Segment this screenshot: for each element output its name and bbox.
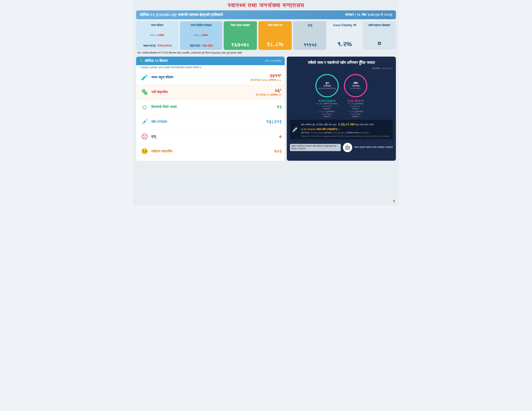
total-test-values: ५७००९२३ ११९८४५५५ <box>138 44 177 48</box>
recovery-rate-value: ९८.८% <box>260 41 290 48</box>
discharged-value: १२ <box>261 104 282 110</box>
infected-value-block: ०६° RT-PCR:०५ एन्टीजेन:०१ <box>256 88 282 97</box>
infected-sub: RT-PCR:०५ एन्टीजेन:०१ <box>256 93 282 97</box>
recovery-rate-label: निको भएको दर <box>260 23 290 27</box>
pos-pcr-value: ९७९१३२ <box>189 44 200 48</box>
infected-label: नयाँ संक्रमित <box>150 90 256 94</box>
active-value: १०२ <box>261 149 282 154</box>
header-date: सोमबार | १६ जेष्ठ २०७९ (३० मे २०२२) <box>345 13 392 17</box>
pcr-value: ५७००९२३ <box>143 44 156 48</box>
vaccinated-value-block: १३८२१९ <box>261 119 282 125</box>
case-fatality-label: Case Fatality दर <box>329 23 360 28</box>
total-pop-num: २,९१,९२,४८० ९६.७% (कतिना एक मात्रा) २२१०… <box>316 99 337 118</box>
test-tube-icon: 🧪 <box>139 72 150 83</box>
page-number: १ <box>393 199 395 204</box>
discharged-label: डिस्चार्ज/ निको भएको <box>150 105 261 109</box>
deaths-label: मृत्यु <box>295 23 325 27</box>
vaccine-circles-row: कुल जनसंख्या (जनगणना तथ्याङ्क विभाग) २,९… <box>290 74 393 118</box>
antigen-value: ११९८४५५५ <box>157 44 172 48</box>
fever-icon: 🤒 <box>139 146 150 157</box>
vaccinated-label: खोप लगाएका <box>150 120 261 124</box>
antigen-label: एन्टीजेन <box>158 34 164 37</box>
positive-label: जम्मा पोजेटिभ केसहरू <box>182 23 221 27</box>
main-title: स्वास्थ्य तथा जनसंख्या मन्त्रालय <box>136 2 396 9</box>
vaccine-title: सबैको साथ र सहयोगले खोप अभियान हुँदैछ सफ… <box>290 60 393 65</box>
header-title: कोभिड-१९ (COVID-19) सम्बन्धी स्वास्थ्य क… <box>140 12 223 17</box>
pos-antigen-value: १४०२३५ <box>202 44 213 48</box>
pos-pcr-label: PCR <box>194 34 199 37</box>
case-fatality-value: १.२% <box>329 41 360 48</box>
recovered-value: ९६७०७८ <box>225 42 255 48</box>
deaths-detail-label: मृत्यु <box>150 134 261 139</box>
stat-quarantine: क्वारेन्टाइनमा रहेकाहरू ० <box>363 21 396 50</box>
detail-row-active: 🤒 सक्रिय संक्रमित १०२ <box>136 144 285 159</box>
stat-deaths: मृत्यु ११९५२ <box>293 21 327 50</box>
quarantine-value: ० <box>364 39 394 48</box>
detail-row-vaccinated: 💉 खोप लगाएका १३८२१९ <box>136 114 285 129</box>
total-test-label: जम्मा परिक्षण <box>138 23 177 27</box>
header-bar: कोभिड-१९ (COVID-19) सम्बन्धी स्वास्थ्य क… <box>136 10 396 19</box>
stat-positive: जम्मा पोजेटिभ केसहरू PCR | एन्टीजेन ९७९१… <box>180 21 222 50</box>
stat-recovered: निको भएका केसहरू ९६७०७८ <box>224 21 257 50</box>
vaccinated-value: १३८२१९ <box>261 119 282 125</box>
active-label: सक्रिय संक्रमित <box>150 149 261 153</box>
deaths-detail-value-block: ० <box>261 134 282 139</box>
total-test-sub: PCR | एन्टीजेन <box>138 34 177 37</box>
vaccine-bottom: 💉 खोप अभियान सुरु भए देखि अहिले सम्म कुल… <box>290 120 393 139</box>
total-pop-circle: कुल जनसंख्या (जनगणना तथ्याङ्क विभाग) <box>315 74 339 97</box>
detail-row-infected: 🦠 नयाँ संक्रमित ०६° RT-PCR:०५ एन्टीजेन:०… <box>136 85 285 100</box>
right-panel: सबैको साथ र सहयोगले खोप अभियान हुँदैछ सफ… <box>287 57 396 161</box>
target-pop-circle: लक्षित जनसंख्या (१२ वर्ष र माथि) <box>344 74 367 97</box>
infected-value: ०६° <box>256 88 282 93</box>
quarantine-label: क्वारेन्टाइनमा रहेकाहरू <box>364 23 394 27</box>
left-panel-title: 🦠 कोभिड-१९ विवरण <box>139 59 168 63</box>
stat-recovery-rate: निको भएको दर ९८.८% <box>258 21 292 50</box>
detail-row-deaths: ☹ मृत्यु ० <box>136 129 285 144</box>
virus-icon: 🦠 <box>139 87 150 97</box>
page-wrapper: स्वास्थ्य तथा जनसंख्या मन्त्रालय कोभिड-१… <box>133 0 399 206</box>
vaccine-as-of: साताबारिक: २०७९/०२/११ <box>290 67 393 70</box>
left-panel: 🦠 कोभिड-१९ विवरण (गत २४ घन्टामा) * एसएमए… <box>136 57 285 161</box>
stats-row: जम्मा परिक्षण PCR | एन्टीजेन ५७००९२३ ११९… <box>136 21 396 50</box>
footer-notice: सूचनाः सामाजिक सञ्जालमा खोप सम्बन्धित भ्… <box>290 144 341 151</box>
stat-case-fatality: Case Fatality दर १.२% <box>328 21 361 50</box>
positive-sub: PCR | एन्टीजेन <box>182 34 221 37</box>
brands-note: *NanoCOV, COVISHIELD, Japanese-made COVI… <box>301 135 389 137</box>
bottom-section: 🦠 कोभिड-१९ विवरण (गत २४ घन्टामा) * एसएमए… <box>136 57 396 161</box>
active-value-block: १०२ <box>261 149 282 154</box>
sad-icon: ☹ <box>139 131 150 142</box>
discharged-value-block: १२ <box>261 104 282 110</box>
smile-icon: ☺ <box>139 102 150 112</box>
tests-value-block: २४११° RT-PCR:१५५३, एन्टीजेन:८५८ <box>251 73 282 82</box>
footer-ministry-name: नेपाल सरकार स्वास्थ्य तथा जनसंख्या मन्त्… <box>354 146 393 149</box>
note-text: नोटः वर्णात्मक विश्लेषण RT-PCR विवरणमा म… <box>136 51 396 55</box>
positive-values: ९७९१३२ १४०२३५ <box>182 44 221 48</box>
deaths-detail-value: ० <box>261 134 282 139</box>
stat-total-test: जम्मा परिक्षण PCR | एन्टीजेन ५७००९२३ ११९… <box>136 21 178 50</box>
recovered-label: निको भएका केसहरू <box>225 23 255 27</box>
target-pop-num: २,३३,२७,६१९ १९.९% (एक मात्रा) १०१०११५ (स… <box>347 99 364 118</box>
detail-row-tests: 🧪 जम्मा नमुना परिक्षण २४११° RT-PCR:१५५३,… <box>136 70 285 85</box>
deaths-value: ११९५२ <box>295 42 325 48</box>
target-pop-container: लक्षित जनसंख्या (१२ वर्ष र माथि) २,३३,२७… <box>344 74 367 118</box>
total-doses: ५,३३,८१,५७० <box>338 122 355 126</box>
left-panel-subtitle: (गत २४ घन्टामा) <box>265 59 282 63</box>
tests-value: २४११° <box>251 73 282 79</box>
footer-logo-icon: 🏥 <box>343 143 352 152</box>
left-panel-note: * एसएमएस र इमेलबाट प्राप्त आरडीटी एन्टिज… <box>136 65 285 70</box>
tests-label: जम्मा नमुना परिक्षण <box>150 75 251 79</box>
pcr-label: PCR <box>150 34 155 37</box>
doses-given: ४,२९,१६,७५६ मात्रा खोप लगाइएको छ । <box>301 128 389 131</box>
syringe-icon: 💉 <box>139 117 150 127</box>
tests-sub: RT-PCR:१५५३, एन्टीजेन:८५८ <box>251 79 282 82</box>
detail-row-discharged: ☺ डिस्चार्ज/ निको भएको १२ <box>136 100 285 114</box>
vaccine-footer: सूचनाः सामाजिक सञ्जालमा खोप सम्बन्धित भ्… <box>290 141 393 152</box>
syringe-campaign-icon: 💉 <box>292 126 298 132</box>
left-panel-header: 🦠 कोभिड-१९ विवरण (गत २४ घन्टामा) <box>136 57 285 65</box>
total-pop-container: कुल जनसंख्या (जनगणना तथ्याङ्क विभाग) २,९… <box>315 74 339 118</box>
pos-antigen-label: एन्टीजेन <box>202 34 208 37</box>
